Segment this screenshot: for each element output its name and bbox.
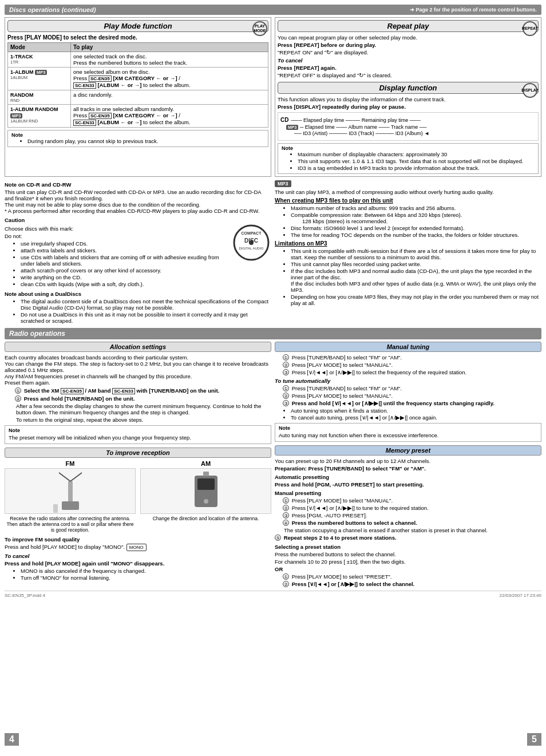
list-item: ③ Press [∨/|◄◄] or [∧/▶▶|] to select the… [283,369,541,375]
top-bar: Discs operations (continued) ➜ Page 2 fo… [5,5,541,15]
auto-presetting-title: Automatic presetting [275,474,541,480]
top-section: Play Mode function PLAYMODE Press [PLAY … [5,17,541,177]
mp3-intro: The unit can play MP3, a method of compr… [275,189,541,195]
selecting-preset-title: Selecting a preset station [275,544,541,550]
middle-left: Note on CD-R and CD-RW This unit can pla… [5,180,271,324]
footer-left: SC-EN35_3P.indd 4 [5,593,45,598]
memory-preset-header: Memory preset [275,445,541,456]
mono-badge: MONO [126,544,147,551]
allocation-note-text: The preset memory will be initialized wh… [9,434,267,441]
repeat-badge: REPEAT [523,21,537,36]
list-item: ② Press [PLAY MODE] to select "MANUAL". [283,393,541,399]
limitations-title: Limitations on MP3 [275,240,541,247]
display-text1: This function allows you to display the … [278,96,539,102]
svg-rect-5 [62,501,79,510]
svg-line-7 [59,473,70,481]
list-item: Do not use a DualDiscs in this unit as i… [21,311,271,324]
allocation-text: Each country allocates broadcast bands a… [5,354,271,386]
play-mode-badge: PLAYMODE [252,21,267,36]
top-bar-right: ➜ Page 2 for the position of remote cont… [410,7,537,13]
list-item: write anything on the CD. [21,274,229,280]
repeat-text1: You can repeat program play or other sel… [278,34,539,41]
col-mode: Mode [8,43,71,52]
list-item: The time for reading TOC depends on the … [291,232,541,238]
list-item: attach scratch-proof covers or any other… [21,267,229,274]
memory-preset-section: Memory preset You can preset up to 20 FM… [275,445,541,587]
display-badge: DISPLAY [523,83,537,98]
middle-section: Note on CD-R and CD-RW This unit can pla… [5,180,541,324]
list-item: clean CDs with liquids (Wipe with a soft… [21,281,229,287]
svg-text:DISC: DISC [244,238,258,244]
improve-fm-title: To improve FM sound quality [5,536,271,543]
for-channels: For channels 10 to 20 press [ ±10], then… [275,559,541,565]
repeat-text5: "REPEAT OFF" is displayed and "↻" is cle… [278,72,539,78]
manual-presetting-title: Manual presetting [275,490,541,496]
display-text2: Press [DISPLAY] repeatedly during play o… [278,104,539,110]
list-item: This unit is compatible with multi-sessi… [291,248,541,260]
col-play: To play [71,43,268,52]
prep-note: Preparation: Press [TUNER/BAND] to selec… [275,465,541,472]
list-item: Disc formats: ISO9660 level 1 and level … [291,225,541,231]
list-item: ② Press [∨/|◄◄] or [∧/▶▶|] to select the… [283,581,541,587]
repeat-to-cancel: To cancel [278,57,539,64]
improve-reception-header: To improve reception [5,448,271,458]
list-item: Auto tuning stops when it finds a statio… [291,407,541,414]
list-item: MONO is also canceled if the frequency i… [21,568,271,574]
footer-right: 22/03/2007 17:23:40 [500,593,541,598]
mp3-section-badge: MP3 [275,180,291,187]
list-item: The digital audio content side of a Dual… [21,298,271,311]
improve-reception-section: To improve reception FM [5,448,271,581]
fm-label: FM [5,460,136,467]
list-item: This unit supports ver. 1.0 & 1.1 ID3 ta… [298,158,535,164]
play-mode-instruction: Press [PLAY MODE] to select the desired … [7,34,268,41]
improve-fm-text: Press and hold [PLAY MODE] to display "M… [5,544,271,551]
svg-rect-11 [197,478,215,490]
cdrw-title: Note on CD-R and CD-RW [5,181,271,188]
list-item: ③ Press and hold [∨/|◄◄] or [∧/▶▶|] unti… [283,400,541,406]
disc-image: COMPACT DISC DIGITAL AUDIO [231,224,271,288]
list-item: attach extra labels and stickers. [21,247,229,254]
list-item: ④ Press the numbered buttons to select a… [283,520,541,526]
radio-bottom: Allocation settings Each country allocat… [5,342,541,588]
note-title: Note [11,132,23,138]
fm-antenna-text: Receive the radio stations after connect… [5,516,136,533]
prep-text: You can preset up to 20 FM channels and … [275,458,541,464]
allocation-header: Allocation settings [5,342,271,352]
list-item: During random play, you cannot skip to p… [27,138,264,144]
cd-diagram: CD ─── Elapsed play time ──── Remaining … [280,117,536,136]
cdrw-text: This unit can play CD-R and CD-RW record… [5,189,271,214]
list-item: ① Select the XM SC-EN35 / AM band SC-EN3… [15,387,271,394]
footer: SC-EN35_3P.indd 4 22/03/2007 17:23:40 [5,591,541,598]
list-item: use CDs with labels and stickers that ar… [21,254,229,267]
list-item: If the disc includes both MP3 and normal… [291,268,541,293]
antenna-section: FM Receive the radio statio [5,460,271,534]
right-panel: Repeat play REPEAT You can repeat progra… [275,17,541,177]
mp3-badge-display: MP3 [286,125,298,130]
list-item: Depending on how you create MP3 files, t… [291,294,541,306]
list-item: To cancel auto tuning, press [∨/|◄◄] or … [291,414,541,421]
table-row: 1-ALBUM RANDOM MP3 1ALBUM RND all tracks… [8,105,268,128]
middle-right: MP3 The unit can play MP3, a method of c… [275,180,541,324]
list-item: use irregularly shaped CDs. [21,240,229,247]
cancel-text: Press and hold [PLAY MODE] again until "… [5,560,271,567]
svg-rect-6 [68,481,73,501]
page: Discs operations (continued) ➜ Page 2 fo… [0,0,546,756]
auto-tune-title: To tune automatically [275,378,541,384]
radio-operations-header: Radio operations [5,328,541,339]
allocation-note: Note The preset memory will be initializ… [5,425,271,444]
play-mode-header: Play Mode function [7,20,268,32]
left-panel: Play Mode function PLAYMODE Press [PLAY … [5,17,271,177]
disc-svg: COMPACT DISC DIGITAL AUDIO [233,224,270,262]
fm-antenna-box: FM Receive the radio statio [5,460,136,534]
repeat-text2: Press [REPEAT] before or during play. [278,42,539,48]
repeat-text4: Press [REPEAT] again. [278,65,539,71]
or-label: OR [275,566,541,572]
list-item: ID3 is a tag embedded in MP3 tracks to p… [298,165,535,171]
mode-table: Mode To play 1-TRACK 1TR one selected tr… [7,42,268,128]
list-item: Turn off "MONO" for normal listening. [21,575,271,581]
list-item: ① Press [TUNER/BAND] to select "FM" or "… [283,354,541,361]
svg-point-12 [204,499,208,504]
caution-section: Choose discs with this mark: Do not: use… [5,224,271,288]
list-item: Maximum number of displayable characters… [298,151,535,157]
display-note: Note Maximum number of displayable chara… [278,143,539,174]
